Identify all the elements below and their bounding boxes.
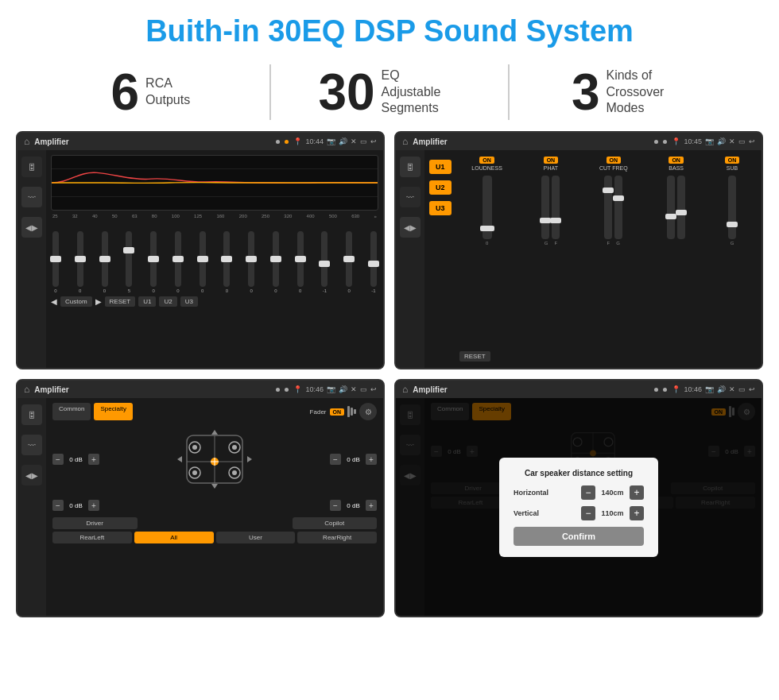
sidebar-speaker-icon[interactable]: ◀▶ xyxy=(21,217,42,238)
bottom-btn-row-2: RearLeft All User RearRight xyxy=(52,532,377,543)
phat-handle-f[interactable] xyxy=(550,218,561,223)
back-icon-4[interactable]: ↩ xyxy=(749,385,755,393)
bass-slider-2[interactable] xyxy=(677,176,685,239)
eq-slider-7[interactable]: 0 xyxy=(223,231,230,293)
eq-slider-5[interactable]: 0 xyxy=(175,231,181,293)
home-icon-4[interactable]: ⌂ xyxy=(402,384,408,395)
db-val-rl: 0 dB xyxy=(66,502,86,509)
loudness-val: 0 xyxy=(486,241,488,246)
dialog-horizontal-minus[interactable]: − xyxy=(581,485,595,500)
eq-prev-icon[interactable]: ◀ xyxy=(51,297,57,306)
db-plus-rl[interactable]: + xyxy=(88,500,99,511)
dialog-vertical-stepper: − 110cm + xyxy=(581,506,644,520)
svg-point-13 xyxy=(232,470,237,475)
eq-slider-1[interactable]: 0 xyxy=(77,231,83,293)
dialog-vertical-minus[interactable]: − xyxy=(581,506,595,520)
status-dot-2 xyxy=(285,140,289,144)
settings-icon[interactable]: ⚙ xyxy=(359,403,377,420)
eq-custom-btn[interactable]: Custom xyxy=(60,296,92,307)
phat-slider-f[interactable] xyxy=(552,176,560,239)
btn-rearright[interactable]: RearRight xyxy=(297,532,377,543)
svg-marker-18 xyxy=(211,484,218,489)
sub-handle[interactable] xyxy=(727,222,738,227)
cutfreq-slider-g[interactable] xyxy=(614,176,622,239)
sidebar-wave-icon[interactable]: 〰 xyxy=(21,187,42,207)
db-minus-fr[interactable]: − xyxy=(330,454,341,465)
x-icon-4: ✕ xyxy=(729,385,735,393)
sidebar-speaker-icon-3[interactable]: ◀▶ xyxy=(21,465,42,485)
eq-slider-11[interactable]: -1 xyxy=(321,231,327,293)
db-control-fr: − 0 dB + xyxy=(330,454,377,465)
eq-slider-6[interactable]: 0 xyxy=(200,231,206,293)
db-plus-fr[interactable]: + xyxy=(366,454,377,465)
cutfreq-handle-g[interactable] xyxy=(613,195,624,201)
bass-handle-1[interactable] xyxy=(665,214,676,219)
db-row-2: − 0 dB + − 0 dB + xyxy=(52,500,377,511)
sidebar-wave-icon-2[interactable]: 〰 xyxy=(400,187,421,207)
preset-u3-btn[interactable]: U3 xyxy=(429,201,452,215)
eq-slider-3[interactable]: 5 xyxy=(126,231,132,293)
eq-slider-13[interactable]: -1 xyxy=(370,231,377,293)
db-plus-rr[interactable]: + xyxy=(366,500,377,511)
bass-handle-2[interactable] xyxy=(676,210,687,215)
sidebar-eq-icon-3[interactable]: 🎛 xyxy=(21,404,42,425)
loudness-slider[interactable] xyxy=(483,176,492,239)
btn-rearleft[interactable]: RearLeft xyxy=(52,532,132,543)
eq-slider-8[interactable]: 0 xyxy=(248,231,254,293)
fader-bar-3 xyxy=(354,409,356,414)
db-minus-fl[interactable]: − xyxy=(52,454,64,465)
eq-u2-btn[interactable]: U2 xyxy=(159,296,176,307)
svg-point-11 xyxy=(192,470,197,475)
db-plus-fl[interactable]: + xyxy=(88,454,99,465)
back-icon[interactable]: ↩ xyxy=(370,137,377,145)
btn-all[interactable]: All xyxy=(134,532,214,543)
eq-slider-10[interactable]: 0 xyxy=(297,231,304,293)
cutfreq-handle-f[interactable] xyxy=(603,188,614,193)
tab-specialty[interactable]: Specialty xyxy=(94,403,132,420)
eq-slider-9[interactable]: 0 xyxy=(273,231,279,293)
cutfreq-slider-f[interactable] xyxy=(604,176,612,239)
dialog-vertical-plus[interactable]: + xyxy=(630,506,644,520)
dialog-horizontal-plus[interactable]: + xyxy=(630,485,644,500)
preset-u2-btn[interactable]: U2 xyxy=(429,180,452,195)
eq-u1-btn[interactable]: U1 xyxy=(138,296,156,307)
eq-next-icon[interactable]: ▶ xyxy=(95,297,102,306)
eq-slider-12[interactable]: 0 xyxy=(346,231,352,293)
sub-slider[interactable] xyxy=(728,176,736,239)
sidebar-eq-icon[interactable]: 🎛 xyxy=(21,157,42,177)
preset-u1-btn[interactable]: U1 xyxy=(429,160,452,174)
status-time-2: 10:45 xyxy=(684,137,702,145)
bass-slider-1[interactable] xyxy=(667,176,675,239)
btn-spacer-1 xyxy=(140,517,290,529)
eq-u3-btn[interactable]: U3 xyxy=(180,296,198,307)
tab-common[interactable]: Common xyxy=(52,403,91,420)
home-icon-2[interactable]: ⌂ xyxy=(402,136,408,147)
back-icon-2[interactable]: ↩ xyxy=(749,137,755,145)
status-icons-3: 📍 10:46 📷 🔊 ✕ ▭ ↩ xyxy=(293,385,377,393)
eq-slider-0[interactable]: 0 xyxy=(52,231,59,293)
eq-reset-btn[interactable]: RESET xyxy=(105,296,136,307)
home-icon-3[interactable]: ⌂ xyxy=(24,384,29,395)
home-icon-1[interactable]: ⌂ xyxy=(24,136,29,147)
sidebar-eq-icon-2[interactable]: 🎛 xyxy=(400,157,421,177)
sidebar-speaker-icon-2[interactable]: ◀▶ xyxy=(400,217,421,238)
btn-copilot[interactable]: Copilot xyxy=(293,517,378,529)
db-control-rl: − 0 dB + xyxy=(52,500,99,511)
db-minus-rr[interactable]: − xyxy=(330,500,341,511)
cutfreq-label: CUT FREQ xyxy=(599,165,628,171)
db-minus-rl[interactable]: − xyxy=(52,500,64,511)
confirm-button[interactable]: Confirm xyxy=(514,527,644,546)
loudness-handle[interactable] xyxy=(480,226,494,231)
loudness-on: ON xyxy=(479,157,494,164)
phat-slider-g[interactable] xyxy=(541,176,549,239)
sidebar-wave-icon-3[interactable]: 〰 xyxy=(21,435,42,455)
btn-driver[interactable]: Driver xyxy=(52,517,138,529)
eq-slider-2[interactable]: 0 xyxy=(102,231,108,293)
phat-handle-g[interactable] xyxy=(540,218,551,223)
svg-marker-20 xyxy=(247,456,252,462)
btn-user[interactable]: User xyxy=(216,532,296,543)
back-icon-3[interactable]: ↩ xyxy=(370,385,377,393)
eq-slider-4[interactable]: 0 xyxy=(150,231,157,293)
screen1-main: 2532405063 80100125160200 25032040050063… xyxy=(46,150,383,368)
amp2-reset-btn[interactable]: RESET xyxy=(459,351,490,362)
